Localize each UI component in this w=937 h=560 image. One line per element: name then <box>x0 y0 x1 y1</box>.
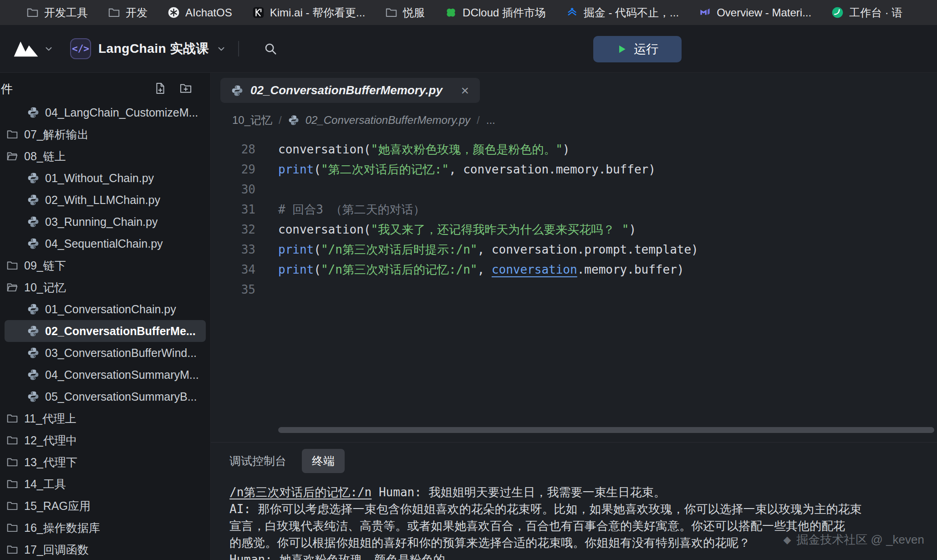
sidebar-item-label: 11_代理上 <box>24 411 76 426</box>
folder-icon <box>6 128 18 140</box>
bookmark-item[interactable]: 开发工具 <box>26 5 88 20</box>
sidebar-item[interactable]: 01_ConversationChain.py <box>0 298 210 320</box>
line-number: 28 <box>211 143 255 156</box>
juejin-watermark-icon: ◆ <box>783 534 791 546</box>
sidebar-item-label: 04_SequentialChain.py <box>45 237 163 250</box>
breadcrumb-separator: / <box>477 114 480 127</box>
sidebar-item[interactable]: 05_ConversationSummaryB... <box>0 386 210 407</box>
code-line: 30 <box>211 179 937 199</box>
bookmark-label: DCloud 插件市场 <box>463 5 546 20</box>
new-folder-icon[interactable] <box>179 82 192 95</box>
sidebar-item[interactable]: 03_ConversationBufferWind... <box>0 342 210 364</box>
sidebar-item[interactable]: 17_回调函数 <box>0 539 210 560</box>
sidebar-item[interactable]: 09_链下 <box>0 255 210 276</box>
code-line: 31# 回合3 （第二天的对话） <box>211 199 937 219</box>
line-number: 30 <box>211 183 255 196</box>
breadcrumb-folder[interactable]: 10_记忆 <box>232 113 272 127</box>
sidebar-item[interactable]: 01_Without_Chain.py <box>0 167 210 189</box>
sidebar-item[interactable]: 04_SequentialChain.py <box>0 233 210 255</box>
sidebar-header: 件 <box>0 79 210 97</box>
breadcrumb-more[interactable]: ... <box>486 114 495 127</box>
folder-open-icon <box>6 150 18 162</box>
sidebar-item-label: 02_With_LLMChain.py <box>45 193 160 207</box>
breadcrumb-separator: / <box>279 114 282 127</box>
code-text: print("/n第三次对话后时提示:/n", conversation.pro… <box>278 242 698 258</box>
sidebar-item[interactable]: 14_工具 <box>0 473 210 495</box>
editor-tab[interactable]: 02_ConversationBufferMemory.py × <box>220 78 480 103</box>
python-icon <box>27 216 39 228</box>
sidebar-item[interactable]: 07_解析输出 <box>0 123 210 145</box>
sidebar-item[interactable]: 16_操作数据库 <box>0 517 210 539</box>
app-logo-icon[interactable] <box>13 40 39 58</box>
search-icon[interactable] <box>264 42 277 56</box>
sidebar-item[interactable]: 13_代理下 <box>0 451 210 473</box>
bookmark-item[interactable]: AIchatOS <box>168 6 232 19</box>
python-icon <box>231 85 243 97</box>
juejin-icon <box>566 6 578 19</box>
code-line: 32conversation("我又来了，还记得我昨天为什么要来买花吗？ ") <box>211 219 937 239</box>
sidebar-item-label: 07_解析输出 <box>24 127 89 142</box>
bookmark-label: Kimi.ai - 帮你看更... <box>270 5 365 20</box>
bookmark-item[interactable]: 掘金 - 代码不止，... <box>566 5 679 20</box>
code-text: print("第二次对话后的记忆:", conversation.memory.… <box>278 162 656 178</box>
code-line: 34print("/n第三次对话后的记忆:/n", conversation.m… <box>211 260 937 280</box>
bookmark-item[interactable]: Kimi.ai - 帮你看更... <box>252 5 365 20</box>
code-text: conversation("我又来了，还记得我昨天为什么要来买花吗？ ") <box>278 222 636 238</box>
aichatos-icon <box>168 6 180 19</box>
watermark-text: 掘金技术社区 @ _keven <box>796 532 924 548</box>
sidebar-item-label: 16_操作数据库 <box>24 520 100 535</box>
bookmark-label: 悦服 <box>403 5 425 20</box>
folder-icon <box>6 434 18 446</box>
sidebar-item[interactable]: 03_Running_Chain.py <box>0 211 210 233</box>
terminal-line: /n第三次对话后的记忆:/n Human: 我姐姐明天要过生日，我需要一束生日花… <box>229 484 937 501</box>
close-icon[interactable]: × <box>461 84 469 97</box>
bookmark-item[interactable]: 开发 <box>108 5 148 20</box>
breadcrumb-file[interactable]: 02_ConversationBufferMemory.py <box>306 114 470 127</box>
bookmark-item[interactable]: DCloud 插件市场 <box>445 5 546 20</box>
sidebar-item[interactable]: 15_RAG应用 <box>0 495 210 517</box>
sidebar-item[interactable]: 10_记忆 <box>0 276 210 298</box>
terminal-line: Human: 她喜欢粉色玫瑰，颜色是粉色的。 <box>229 551 937 560</box>
sidebar-item[interactable]: 12_代理中 <box>0 429 210 451</box>
python-icon <box>288 115 299 126</box>
run-button[interactable]: 运行 <box>593 36 682 62</box>
divider <box>238 41 239 56</box>
bookmark-item[interactable]: Overview - Materi... <box>699 6 811 19</box>
sidebar-item[interactable]: 08_链上 <box>0 145 210 167</box>
code-icon: </> <box>70 38 91 59</box>
bookmark-label: AIchatOS <box>185 6 232 19</box>
sidebar-item[interactable]: 04_LangChain_CustomizeM... <box>0 102 210 123</box>
bookmarks-bar: 开发工具开发AIchatOSKimi.ai - 帮你看更...悦服DCloud … <box>0 0 937 25</box>
sidebar-item[interactable]: 11_代理上 <box>0 407 210 429</box>
horizontal-scrollbar[interactable] <box>278 427 934 433</box>
project-selector[interactable]: </> LangChain 实战课 <box>70 38 226 59</box>
terminal-line: AI: 那你可以考虑选择一束包含你姐姐喜欢的花朵的花束呀。比如，如果她喜欢玫瑰，… <box>229 501 937 518</box>
python-icon <box>27 347 39 359</box>
python-icon <box>27 303 39 315</box>
python-icon <box>27 391 39 402</box>
run-label: 运行 <box>634 41 658 57</box>
bookmark-label: 掘金 - 代码不止，... <box>584 5 679 20</box>
bookmark-item[interactable]: 悦服 <box>385 5 425 20</box>
file-tree: 04_LangChain_CustomizeM...07_解析输出08_链上01… <box>0 102 210 560</box>
editor-region: 02_ConversationBufferMemory.py × 10_记忆 /… <box>210 73 937 560</box>
bookmark-item[interactable]: 工作台 · 语 <box>831 5 902 20</box>
sidebar-item[interactable]: 02_ConversationBufferMe... <box>5 320 206 342</box>
sidebar-item[interactable]: 02_With_LLMChain.py <box>0 189 210 211</box>
new-file-icon[interactable] <box>154 82 167 95</box>
sidebar-item[interactable]: 04_ConversationSummaryM... <box>0 364 210 386</box>
folder-icon <box>6 412 18 424</box>
sidebar-item-label: 15_RAG应用 <box>24 499 91 514</box>
panel-tab-terminal[interactable]: 终端 <box>302 449 345 473</box>
python-icon <box>27 325 39 337</box>
watermark: ◆ 掘金技术社区 @ _keven <box>783 532 924 548</box>
folder-open-icon <box>6 281 18 293</box>
panel-tab-debug-console[interactable]: 调试控制台 <box>229 453 286 468</box>
chevron-down-icon[interactable] <box>44 44 54 54</box>
code-line: 35 <box>211 280 937 300</box>
sidebar-panel-title: 件 <box>1 81 13 97</box>
sidebar: 件 04_LangChain_CustomizeM...07_解析输出08_链上… <box>0 73 210 560</box>
sidebar-item-label: 03_Running_Chain.py <box>45 215 158 229</box>
sidebar-item-label: 08_链上 <box>24 149 66 164</box>
sidebar-item-label: 10_记忆 <box>24 280 66 295</box>
